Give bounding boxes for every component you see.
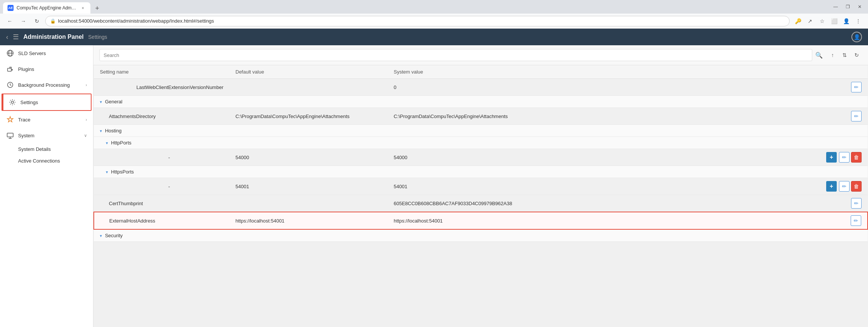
expand-collapse-button[interactable]: ⇅ bbox=[839, 50, 850, 60]
group-httpsports-toggle[interactable]: ▾ bbox=[106, 170, 108, 174]
browser-splitview-icon[interactable]: ⬜ bbox=[829, 16, 839, 26]
sidebar-item-background-processing[interactable]: Background Processing › bbox=[0, 77, 93, 93]
sidebar-item-background-processing-label: Background Processing bbox=[18, 82, 82, 88]
delete-button[interactable]: 🗑 bbox=[851, 152, 862, 163]
system-value-cell: 0 ✏ bbox=[388, 79, 868, 96]
browser-titlebar: AE CompuTec AppEngine Administr... × + —… bbox=[0, 0, 868, 14]
header-back-button[interactable]: ‹ bbox=[6, 33, 8, 41]
group-general-cell: ▾ General bbox=[94, 96, 868, 108]
default-value-cell: https://localhost:54001 bbox=[229, 212, 388, 229]
svg-rect-8 bbox=[7, 133, 13, 137]
active-connections-label: Active Connections bbox=[18, 158, 60, 164]
group-hosting-label: Hosting bbox=[105, 128, 122, 134]
user-profile-button[interactable]: 👤 bbox=[851, 32, 862, 42]
search-input[interactable] bbox=[99, 49, 812, 61]
group-httpsports-cell: ▾ HttpsPorts bbox=[94, 166, 868, 178]
search-button[interactable]: 🔍 bbox=[815, 52, 823, 59]
browser-profile-icon[interactable]: 👤 bbox=[841, 16, 851, 26]
app-container: ‹ ☰ Administration Panel Settings 👤 SLD … bbox=[0, 29, 868, 327]
row-actions: ✏ bbox=[851, 82, 862, 92]
sidebar-item-sld-servers[interactable]: SLD Servers bbox=[0, 45, 93, 61]
group-httpports-cell: ▾ HttpPorts bbox=[94, 137, 868, 149]
sidebar-item-trace-label: Trace bbox=[18, 117, 82, 123]
window-controls: — ❐ ✕ bbox=[830, 2, 865, 12]
sidebar-item-settings[interactable]: Settings bbox=[2, 94, 91, 110]
add-button[interactable]: + bbox=[826, 152, 837, 163]
group-httpports-toggle[interactable]: ▾ bbox=[106, 141, 108, 145]
group-httpports-label: HttpPorts bbox=[111, 140, 131, 146]
settings-icon bbox=[8, 98, 17, 106]
group-general-toggle[interactable]: ▾ bbox=[100, 100, 102, 104]
browser-back-button[interactable]: ← bbox=[5, 16, 15, 26]
sidebar-item-settings-wrapper: Settings bbox=[2, 94, 92, 111]
app-header: ‹ ☰ Administration Panel Settings 👤 bbox=[0, 29, 868, 45]
system-value-cell: 605E8CC0B608CBB6AC7AF9033D4C09979B962A38… bbox=[388, 195, 868, 212]
row-actions: ✏ bbox=[851, 198, 862, 209]
sidebar-item-trace[interactable]: Trace › bbox=[0, 112, 93, 127]
browser-forward-button[interactable]: → bbox=[18, 16, 29, 26]
sidebar-sub-item-system-details[interactable]: System Details bbox=[0, 143, 93, 155]
address-bar[interactable]: 🔒 localhost:54000/webcontent/administrat… bbox=[45, 16, 790, 26]
browser-share-icon[interactable]: ↗ bbox=[805, 16, 815, 26]
browser-refresh-button[interactable]: ↻ bbox=[32, 16, 42, 26]
setting-name-cell: - bbox=[94, 178, 229, 195]
sidebar-item-plugins-label: Plugins bbox=[18, 66, 87, 72]
sidebar-item-plugins[interactable]: Plugins bbox=[0, 61, 93, 77]
table-row-group-security: ▾ Security bbox=[94, 229, 868, 242]
header-menu-button[interactable]: ☰ bbox=[13, 33, 19, 41]
edit-button[interactable]: ✏ bbox=[851, 111, 862, 121]
table-row-group-httpsports: ▾ HttpsPorts bbox=[94, 166, 868, 178]
window-maximize-button[interactable]: ❐ bbox=[842, 2, 853, 12]
group-hosting-cell: ▾ Hosting bbox=[94, 125, 868, 137]
svg-rect-3 bbox=[8, 68, 11, 71]
background-processing-icon bbox=[6, 81, 14, 89]
system-value-cell: https://localhost:54001 ✏ bbox=[388, 212, 868, 229]
table-row: LastWebClientExtensionVersionNumber 0 ✏ bbox=[94, 79, 868, 96]
plugins-icon bbox=[6, 65, 14, 73]
edit-button[interactable]: ✏ bbox=[851, 82, 862, 92]
window-close-button[interactable]: ✕ bbox=[854, 2, 865, 12]
system-value-cell: C:\ProgramData\CompuTec\AppEngine\Attach… bbox=[388, 108, 868, 125]
group-security-cell: ▾ Security bbox=[94, 229, 868, 242]
search-bar-container: 🔍 ↑ ⇅ ↻ bbox=[93, 45, 868, 65]
sort-ascending-button[interactable]: ↑ bbox=[827, 50, 838, 60]
header-right: 👤 bbox=[851, 32, 862, 42]
refresh-button[interactable]: ↻ bbox=[851, 50, 862, 60]
row-actions: ✏ bbox=[851, 111, 862, 121]
address-lock-icon: 🔒 bbox=[50, 18, 56, 24]
col-system-value: System value bbox=[388, 65, 868, 79]
table-row: AttachmentsDirectory C:\ProgramData\Comp… bbox=[94, 108, 868, 125]
tab-close-button[interactable]: × bbox=[80, 5, 86, 11]
sidebar-sub-item-active-connections[interactable]: Active Connections bbox=[0, 155, 93, 167]
table-toolbar-actions: ↑ ⇅ ↻ bbox=[827, 50, 862, 60]
group-security-toggle[interactable]: ▾ bbox=[100, 233, 102, 238]
sidebar-item-system[interactable]: System ∨ bbox=[0, 127, 93, 143]
delete-button[interactable]: 🗑 bbox=[851, 181, 862, 192]
trace-chevron: › bbox=[86, 117, 87, 122]
edit-button[interactable]: ✏ bbox=[839, 181, 850, 192]
system-chevron: ∨ bbox=[84, 133, 87, 138]
table-row: - 54000 54000 + ✏ 🗑 bbox=[94, 149, 868, 166]
system-details-label: System Details bbox=[18, 146, 51, 152]
svg-point-7 bbox=[11, 101, 14, 103]
row-actions: + ✏ 🗑 bbox=[826, 152, 862, 163]
add-button[interactable]: + bbox=[826, 181, 837, 192]
settings-table-container: Setting name Default value System value … bbox=[93, 65, 868, 327]
sidebar-item-system-label: System bbox=[18, 133, 80, 138]
sidebar-item-sld-servers-label: SLD Servers bbox=[18, 51, 87, 56]
app-body: SLD Servers Plugins Background Processin… bbox=[0, 45, 868, 327]
browser-tab-active[interactable]: AE CompuTec AppEngine Administr... × bbox=[3, 2, 90, 14]
window-minimize-button[interactable]: — bbox=[830, 2, 841, 12]
browser-key-icon[interactable]: 🔑 bbox=[793, 16, 803, 26]
edit-button[interactable]: ✏ bbox=[851, 198, 862, 209]
group-hosting-toggle[interactable]: ▾ bbox=[100, 129, 102, 133]
edit-button[interactable]: ✏ bbox=[851, 215, 861, 226]
system-icon bbox=[6, 131, 14, 140]
browser-menu-icon[interactable]: ⋮ bbox=[853, 16, 863, 26]
new-tab-button[interactable]: + bbox=[92, 3, 102, 14]
browser-bookmark-icon[interactable]: ☆ bbox=[817, 16, 827, 26]
default-value-cell: 54001 bbox=[229, 178, 388, 195]
col-default-value: Default value bbox=[229, 65, 388, 79]
row-actions: ✏ bbox=[851, 215, 861, 226]
edit-button[interactable]: ✏ bbox=[839, 152, 850, 163]
